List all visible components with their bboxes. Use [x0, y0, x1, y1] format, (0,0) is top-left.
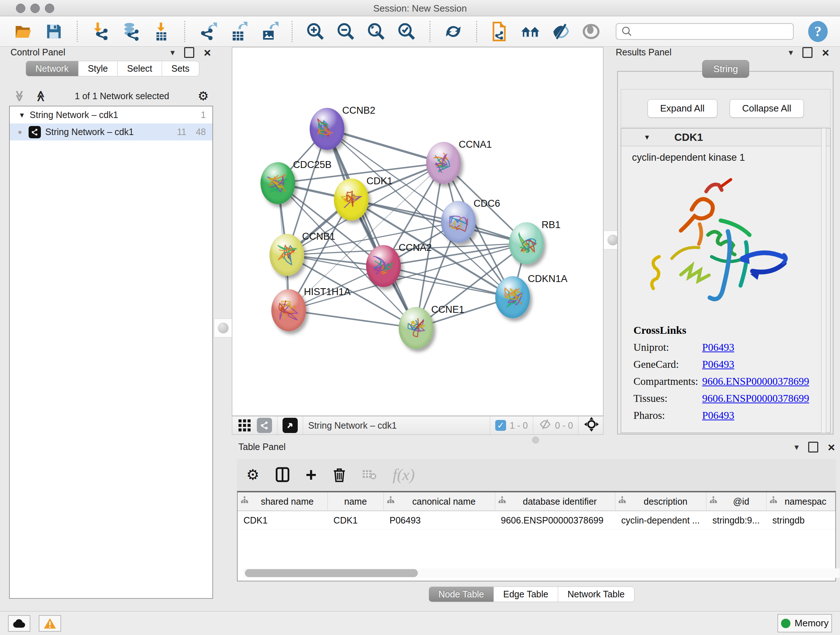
column-header-@id[interactable]: @id: [706, 492, 767, 510]
crosslink-link[interactable]: P06493: [702, 341, 734, 353]
statusbar-separator: [490, 416, 490, 435]
create-column-icon[interactable]: +: [306, 464, 317, 486]
app-status-bar: Memory: [0, 611, 840, 635]
tab-string[interactable]: String: [702, 60, 749, 78]
crosslink-label: Pharos:: [633, 409, 702, 421]
network-options-gear-icon[interactable]: ⚙: [198, 90, 209, 102]
expand-all-button[interactable]: Expand All: [647, 99, 717, 118]
tree-expand-icon[interactable]: ▾: [20, 111, 24, 120]
panel-collapse-icon[interactable]: ▾: [794, 442, 799, 452]
network-row[interactable]: ● String Network – cdk1 11 48: [10, 124, 212, 141]
results-scrollbar[interactable]: [821, 128, 826, 433]
network-node-CCNA2[interactable]: [366, 245, 401, 287]
node-label-RB1: RB1: [542, 219, 561, 231]
table-row[interactable]: CDK1CDK1P064939606.ENSP00000378699cyclin…: [238, 511, 835, 530]
cloud-status-button[interactable]: [8, 615, 30, 632]
zoom-fit-icon[interactable]: [366, 22, 386, 41]
edge-CCNB2-CCNE1[interactable]: [327, 129, 416, 328]
open-session-icon[interactable]: [14, 22, 33, 41]
column-header-canonical-name[interactable]: canonical name: [384, 492, 495, 510]
crosslink-link[interactable]: P06493: [702, 358, 734, 371]
table-options-gear-icon[interactable]: ⚙: [246, 466, 259, 483]
network-node-RB1[interactable]: [509, 222, 544, 264]
panel-close-icon[interactable]: ×: [204, 48, 211, 57]
import-table-file-icon[interactable]: [152, 22, 171, 41]
tab-sets[interactable]: Sets: [162, 61, 199, 76]
zoom-out-icon[interactable]: [336, 22, 355, 41]
network-node-HIST1H1A[interactable]: [271, 289, 306, 331]
title-bar: Session: New Session: [0, 0, 840, 16]
warning-status-button[interactable]: [39, 615, 61, 632]
show-columns-icon[interactable]: [275, 467, 290, 483]
collapse-all-button[interactable]: Collapse All: [729, 99, 804, 118]
table-hscrollbar[interactable]: [243, 568, 840, 578]
network-canvas[interactable]: CCNB2CCNA1CDC25BCDK1CDC6RB1CCNB1CCNA2CDK…: [232, 47, 603, 416]
memory-button[interactable]: Memory: [777, 614, 832, 632]
panel-collapse-icon[interactable]: ▾: [789, 48, 793, 57]
first-neighbors-icon[interactable]: [521, 22, 540, 41]
tab-network-table[interactable]: Network Table: [558, 586, 635, 602]
network-node-CDC25B[interactable]: [261, 162, 295, 204]
crosslink-link[interactable]: P06493: [702, 409, 734, 421]
network-node-CCNE1[interactable]: [399, 307, 433, 349]
entry-collapse-icon[interactable]: ▾: [645, 133, 649, 142]
crosslink-link[interactable]: 9606.ENSP00000378699: [702, 393, 809, 404]
delete-columns-icon[interactable]: [332, 467, 346, 483]
hide-selected-icon[interactable]: [551, 22, 570, 41]
node-table: shared namenamecanonical namedatabase id…: [237, 491, 836, 581]
network-node-CCNB2[interactable]: [309, 108, 344, 150]
export-image-icon[interactable]: [259, 22, 279, 41]
network-node-CDC6[interactable]: [441, 201, 476, 243]
panel-close-icon[interactable]: ×: [822, 48, 829, 57]
zoom-selected-icon[interactable]: [397, 22, 416, 41]
network-name: String Network – cdk1: [45, 127, 177, 137]
help-button[interactable]: ?: [808, 21, 828, 42]
column-header-shared-name[interactable]: shared name: [238, 492, 328, 510]
column-header-description[interactable]: description: [615, 492, 706, 510]
table-hscrollbar-thumb[interactable]: [245, 569, 418, 577]
search-input[interactable]: [616, 23, 794, 40]
tab-style[interactable]: Style: [79, 61, 118, 76]
column-header-database-identifier[interactable]: database identifier: [495, 492, 616, 510]
show-all-icon[interactable]: [581, 22, 601, 41]
collection-name: String Network – cdk1: [30, 110, 201, 120]
crosslink-link[interactable]: 9606.ENSP00000378699: [702, 375, 809, 387]
tab-edge-table[interactable]: Edge Table: [494, 586, 558, 602]
grid-view-icon[interactable]: [237, 418, 252, 432]
birds-eye-view-button[interactable]: [283, 418, 298, 433]
selected-checkbox[interactable]: ✓: [495, 420, 506, 431]
edge-CCNE1-HIST1H1A[interactable]: [289, 310, 416, 328]
expand-all-icon[interactable]: ≫: [34, 90, 47, 101]
export-table-icon[interactable]: [229, 22, 248, 41]
collapse-all-icon[interactable]: ≫: [13, 90, 26, 101]
export-network-icon[interactable]: [198, 22, 218, 41]
panel-float-icon[interactable]: [802, 47, 813, 58]
new-network-from-selection-icon[interactable]: [490, 22, 510, 41]
network-node-CCNA1[interactable]: [426, 142, 461, 184]
network-node-CCNB1[interactable]: [270, 234, 304, 276]
protein-thumbnail: [309, 108, 344, 150]
tab-network[interactable]: Network: [26, 61, 79, 76]
panel-close-icon[interactable]: ×: [828, 443, 835, 451]
import-network-database-icon[interactable]: [121, 22, 141, 41]
network-node-CDKN1A[interactable]: [495, 276, 530, 318]
node-position-crosshair-icon[interactable]: [584, 416, 600, 434]
tab-node-table[interactable]: Node Table: [429, 586, 494, 602]
panel-float-icon[interactable]: [808, 442, 818, 453]
column-header-namespac[interactable]: namespac: [767, 492, 835, 510]
column-header-name[interactable]: name: [328, 492, 384, 510]
zoom-in-icon[interactable]: [306, 22, 325, 41]
import-network-file-icon[interactable]: [91, 22, 111, 41]
network-node-CDK1[interactable]: [334, 179, 369, 220]
panel-collapse-icon[interactable]: ▾: [171, 48, 175, 57]
tab-select[interactable]: Select: [118, 61, 162, 76]
node-result-entry: ▾ CDK1 cyclin-dependent kinase 1: [621, 128, 831, 433]
search-icon: [621, 25, 633, 38]
panel-float-icon[interactable]: [184, 47, 194, 58]
save-session-icon[interactable]: [44, 22, 64, 41]
node-label-CDK1: CDK1: [366, 176, 393, 187]
network-collection-row[interactable]: ▾ String Network – cdk1 1: [10, 106, 212, 124]
apply-layout-icon[interactable]: [444, 22, 463, 41]
network-share-icon[interactable]: [257, 418, 272, 433]
left-splitter-handle[interactable]: [214, 318, 233, 337]
